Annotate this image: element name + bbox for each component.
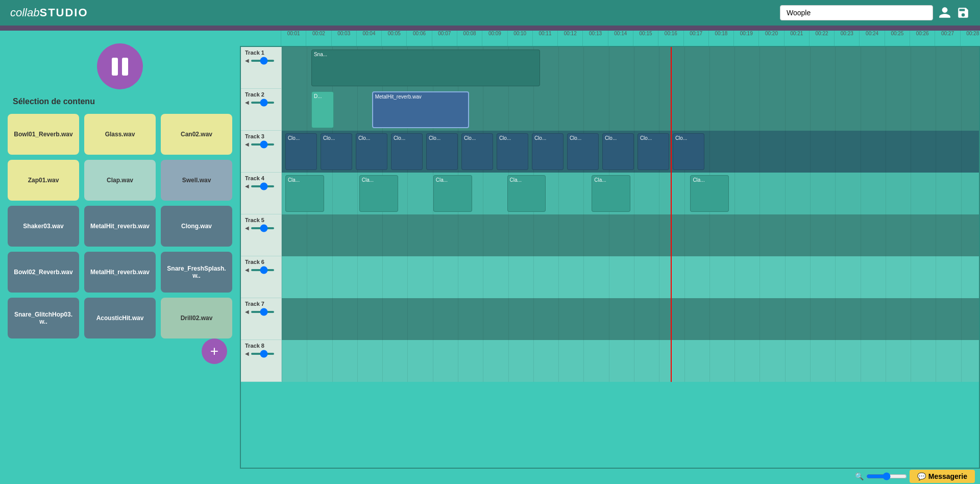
track-block[interactable]: Cla... [507,175,546,212]
content-item-14[interactable]: AcousticHit.wav [84,298,156,338]
track-block[interactable]: Cla... [690,175,729,212]
track-block[interactable]: Cla... [592,175,630,212]
timeline-tick: 00:27 [935,31,960,46]
content-item-9[interactable]: Clong.wav [161,206,232,247]
tracks-container[interactable]: Track 1◀Sna...Track 2◀D...MetalHit_rever… [240,46,980,469]
pause-button[interactable] [97,43,143,89]
add-content-button[interactable]: + [202,338,227,364]
track-block[interactable]: Clo... [532,133,564,170]
track-grid-line [861,173,861,214]
zoom-out-icon[interactable]: 🔍 [855,472,864,480]
track-block[interactable]: Clo... [497,133,528,170]
track-volume-slider[interactable] [251,353,274,355]
track-block[interactable]: D... [311,91,334,128]
track-grid-line [936,214,936,256]
save-icon-button[interactable] [957,6,970,19]
track-timeline[interactable]: Clo...Clo...Clo...Clo...Clo...Clo...Clo.… [282,131,980,173]
track-grid-line [709,256,710,298]
track-block[interactable]: Cla... [359,175,398,212]
content-item-1[interactable]: Bowl01_Reverb.wav [8,114,79,155]
content-item-15[interactable]: Drill02.wav [161,298,232,338]
track-controls: Track 1◀ [241,47,282,88]
track-volume-slider[interactable] [251,102,274,104]
track-grid-line [886,47,886,89]
track-grid-line [533,298,534,340]
track-left-arrow[interactable]: ◀ [245,309,249,314]
track-block[interactable]: Clo... [602,133,634,170]
track-left-arrow[interactable]: ◀ [245,267,249,273]
track-grid-line [835,173,836,214]
content-item-7[interactable]: Shaker03.wav [8,206,79,247]
track-grid-line [558,298,559,340]
track-timeline[interactable] [282,256,980,298]
track-grid-line [861,131,861,173]
track-timeline[interactable]: Sna... [282,47,980,89]
track-timeline[interactable] [282,298,980,340]
track-grid-line [407,214,408,256]
track-left-arrow[interactable]: ◀ [245,100,249,105]
track-grid-line [810,173,811,214]
track-block[interactable]: Clo... [391,133,423,170]
track-volume-slider[interactable] [251,269,274,271]
track-knobs: ◀ [245,100,277,105]
content-item-10[interactable]: Bowl02_Reverb.wav [8,252,79,293]
track-timeline[interactable]: Cla...Cla...Cla...Cla...Cla...Cla... [282,173,980,214]
track-grid-line [684,47,685,89]
track-grid-line [458,340,458,382]
track-block[interactable]: Clo... [321,133,352,170]
bottom-bar: 🔍 💬 Messagerie [240,469,980,484]
content-item-4[interactable]: Zap01.wav [8,160,79,201]
messagerie-label: Messagerie [928,472,967,480]
track-grid-line [961,340,962,382]
track-volume-slider[interactable] [251,60,274,62]
track-grid-line [634,47,634,89]
track-block[interactable]: Cla... [433,175,472,212]
track-volume-slider[interactable] [251,185,274,187]
user-icon-button[interactable] [938,6,951,19]
playhead [671,298,672,340]
track-grid-line [886,89,886,131]
zoom-slider[interactable] [866,472,907,480]
content-item-2[interactable]: Glass.wav [84,114,156,155]
content-item-8[interactable]: MetalHit_reverb.wav [84,206,156,247]
track-grid-line [307,47,307,89]
content-item-6[interactable]: Swell.wav [161,160,232,201]
track-grid-line [508,256,509,298]
track-block[interactable]: Cla... [285,175,324,212]
content-item-12[interactable]: Snare_FreshSplash.w.. [161,252,232,293]
content-item-5[interactable]: Clap.wav [84,160,156,201]
track-block[interactable]: Clo... [673,133,704,170]
track-grid-line [734,298,735,340]
track-timeline[interactable] [282,214,980,256]
track-block[interactable]: Clo... [356,133,387,170]
track-volume-slider[interactable] [251,143,274,146]
track-row: Track 2◀D...MetalHit_reverb.wav [241,89,980,131]
track-block[interactable]: Clo... [638,133,669,170]
track-left-arrow[interactable]: ◀ [245,141,249,147]
track-timeline[interactable]: D...MetalHit_reverb.wav [282,89,980,131]
track-block[interactable]: MetalHit_reverb.wav [372,91,469,128]
track-grid-line [835,214,836,256]
content-item-3[interactable]: Can02.wav [161,114,232,155]
track-grid-line [634,256,634,298]
track-block[interactable]: Sna... [311,50,541,86]
track-left-arrow[interactable]: ◀ [245,351,249,356]
track-block[interactable]: Clo... [461,133,493,170]
messagerie-button[interactable]: 💬 Messagerie [910,470,975,483]
track-grid-line [684,173,685,214]
content-item-13[interactable]: Snare_GlitchHop03.w.. [8,298,79,338]
track-volume-slider[interactable] [251,227,274,229]
timeline-tick: 00:04 [356,31,381,46]
track-block[interactable]: Clo... [426,133,458,170]
track-left-arrow[interactable]: ◀ [245,58,249,63]
search-input[interactable] [780,5,933,20]
track-volume-slider[interactable] [251,311,274,313]
track-grid-line [508,298,509,340]
content-item-11[interactable]: MetalHit_reverb.wav [84,252,156,293]
track-left-arrow[interactable]: ◀ [245,225,249,231]
track-timeline[interactable] [282,340,980,382]
track-left-arrow[interactable]: ◀ [245,183,249,189]
track-block[interactable]: Clo... [285,133,317,170]
track-block[interactable]: Clo... [567,133,599,170]
track-grid-line [659,173,659,214]
